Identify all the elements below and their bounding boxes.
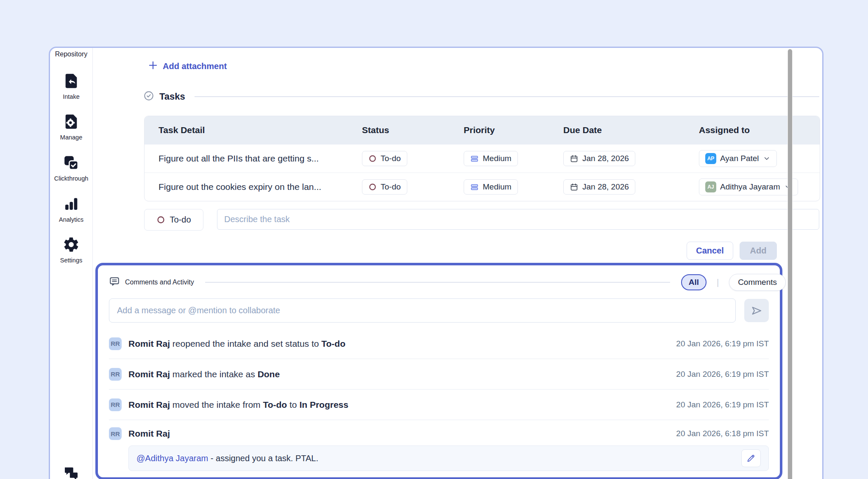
- column-header-due-date: Due Date: [563, 125, 699, 135]
- add-attachment-button[interactable]: Add attachment: [147, 60, 227, 73]
- activity-item: RR Romit Raj reopened the intake and set…: [109, 329, 769, 359]
- todo-circle-icon: [368, 154, 377, 163]
- sidebar-item-label: Intake: [63, 93, 80, 100]
- comment-input[interactable]: [109, 298, 736, 323]
- plus-icon: [147, 60, 159, 73]
- column-header-assigned-to: Assigned to: [699, 125, 820, 135]
- comment-bubble-icon: [109, 276, 120, 289]
- activity-item: RR Romit Raj moved the intake from To-do…: [109, 390, 769, 420]
- sidebar-item-settings[interactable]: Settings: [50, 236, 92, 264]
- activity-item: RR Romit Raj marked the intake as Done 2…: [109, 359, 769, 390]
- avatar: RR: [109, 368, 122, 381]
- column-header-priority: Priority: [464, 125, 563, 135]
- sidebar-item-clickthrough[interactable]: Clickthrough: [50, 154, 92, 182]
- filter-separator: |: [717, 278, 719, 287]
- clickthrough-icon: [63, 154, 80, 173]
- status-label: To-do: [381, 154, 401, 163]
- avatar: AJ: [705, 181, 716, 192]
- calendar-icon: [570, 183, 579, 192]
- new-task-status-select[interactable]: To-do: [144, 209, 203, 231]
- sidebar-item-label: Analytics: [59, 216, 83, 223]
- sidebar: Repository Intake Manage Clickthrough: [50, 48, 93, 479]
- new-task-status-label: To-do: [170, 215, 191, 225]
- intake-icon: [63, 72, 80, 91]
- avatar: RR: [109, 398, 122, 411]
- comments-section-header: Comments and Activity All | Comments: [109, 274, 769, 291]
- assignee-label: Ayan Patel: [720, 154, 759, 163]
- priority-medium-icon: [470, 154, 479, 163]
- column-header-task-detail: Task Detail: [145, 125, 362, 135]
- status-select[interactable]: To-do: [362, 151, 407, 166]
- activity-timestamp: 20 Jan 2026, 6:19 pm IST: [676, 339, 769, 348]
- tasks-section-title: Tasks: [159, 91, 185, 102]
- todo-circle-icon: [368, 183, 377, 191]
- activity-feed: RR Romit Raj reopened the intake and set…: [109, 329, 769, 471]
- sidebar-item-analytics[interactable]: Analytics: [50, 195, 92, 223]
- sidebar-title: Repository: [50, 50, 92, 58]
- sidebar-item-label: Manage: [60, 134, 82, 141]
- divider: [205, 282, 670, 283]
- pencil-icon: [746, 453, 756, 463]
- due-date-label: Jan 28, 2026: [582, 154, 629, 163]
- scrollbar-thumb[interactable]: [788, 49, 792, 479]
- todo-circle-icon: [156, 215, 165, 224]
- manage-icon: [63, 113, 80, 132]
- comment-body: @Adithya Jayaram - assigned you a task. …: [136, 454, 741, 463]
- activity-item-comment: RR Romit Raj 20 Jan 2026, 6:18 pm IST @A…: [109, 420, 769, 471]
- sidebar-item-intake[interactable]: Intake: [50, 72, 92, 100]
- avatar: RR: [109, 427, 122, 440]
- comments-section-title: Comments and Activity: [125, 278, 194, 286]
- tasks-table: Task Detail Status Priority Due Date Ass…: [144, 116, 820, 201]
- priority-select[interactable]: Medium: [464, 151, 518, 166]
- activity-text: Romit Raj moved the intake from To-do to…: [128, 400, 668, 410]
- edit-comment-button[interactable]: [741, 449, 761, 467]
- cancel-button[interactable]: Cancel: [687, 242, 733, 260]
- status-select[interactable]: To-do: [362, 179, 407, 195]
- column-header-status: Status: [362, 125, 464, 135]
- activity-text: Romit Raj marked the intake as Done: [128, 369, 668, 379]
- mention-link[interactable]: @Adithya Jayaram: [136, 454, 208, 463]
- send-icon: [750, 304, 763, 317]
- settings-icon: [63, 236, 80, 255]
- tasks-check-icon: [143, 90, 154, 103]
- task-detail-cell: Figure out all the PIIs that are getting…: [145, 153, 362, 164]
- table-row: Figure out the cookies expiry on the lan…: [145, 173, 820, 201]
- filter-all-button[interactable]: All: [681, 274, 707, 290]
- priority-medium-icon: [470, 183, 479, 192]
- priority-select[interactable]: Medium: [464, 179, 518, 195]
- tasks-section-header: Tasks: [143, 90, 819, 103]
- due-date-select[interactable]: Jan 28, 2026: [563, 179, 635, 195]
- analytics-icon: [63, 195, 80, 214]
- activity-timestamp: 20 Jan 2026, 6:19 pm IST: [676, 400, 769, 409]
- sidebar-item-manage[interactable]: Manage: [50, 113, 92, 141]
- activity-item-header: RR Romit Raj 20 Jan 2026, 6:18 pm IST: [109, 423, 769, 444]
- send-button[interactable]: [744, 299, 769, 322]
- assignee-select[interactable]: AP Ayan Patel: [699, 150, 777, 167]
- new-task-input[interactable]: [217, 209, 819, 230]
- status-label: To-do: [381, 182, 401, 192]
- activity-text: Romit Raj: [128, 429, 668, 439]
- filter-comments-button[interactable]: Comments: [729, 274, 786, 291]
- calendar-icon: [570, 154, 579, 163]
- due-date-label: Jan 28, 2026: [582, 182, 629, 192]
- assignee-label: Adithya Jayaram: [720, 182, 780, 192]
- due-date-select[interactable]: Jan 28, 2026: [563, 151, 635, 166]
- avatar: AP: [705, 153, 716, 164]
- sidebar-item-label: Clickthrough: [54, 175, 89, 182]
- app-screenshot: Repository Intake Manage Clickthrough: [0, 0, 868, 479]
- activity-timestamp: 20 Jan 2026, 6:18 pm IST: [676, 429, 769, 438]
- sidebar-item-feedback-partial[interactable]: [50, 465, 92, 479]
- divider: [195, 96, 819, 97]
- chevron-down-icon: [763, 155, 771, 162]
- comments-and-activity-panel: Comments and Activity All | Comments RR …: [95, 263, 782, 479]
- priority-label: Medium: [483, 182, 512, 192]
- comment-composer: [109, 298, 769, 323]
- vertical-scrollbar: [787, 49, 793, 479]
- assignee-select[interactable]: AJ Adithya Jayaram: [699, 178, 798, 195]
- add-button[interactable]: Add: [740, 242, 777, 260]
- chat-bubbles-icon: [63, 465, 79, 479]
- activity-text: Romit Raj reopened the intake and set st…: [128, 339, 668, 349]
- sidebar-item-label: Settings: [60, 257, 82, 264]
- tasks-table-header: Task Detail Status Priority Due Date Ass…: [145, 116, 820, 144]
- priority-label: Medium: [483, 154, 512, 163]
